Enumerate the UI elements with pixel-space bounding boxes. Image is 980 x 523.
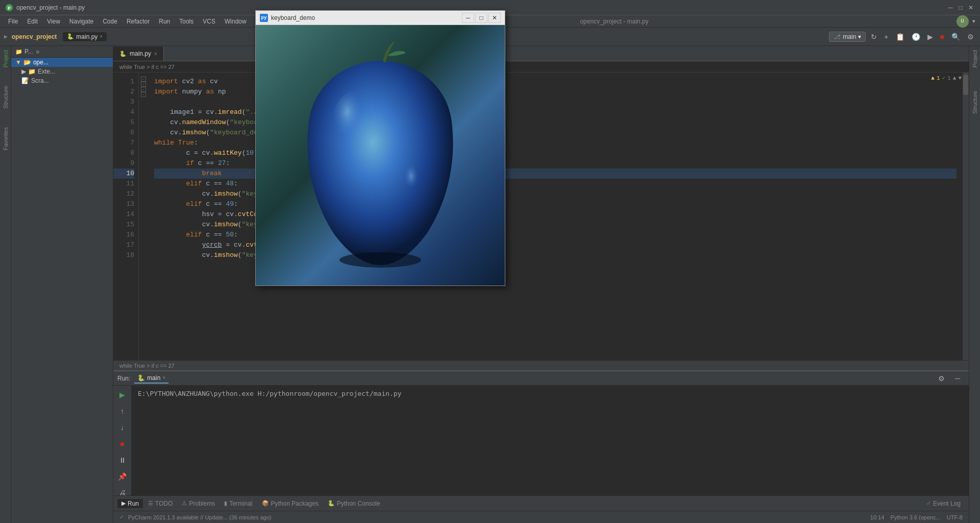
stop-run-button[interactable]: ■	[115, 437, 130, 451]
commit-icon[interactable]: 📋	[894, 32, 906, 42]
menu-code[interactable]: Code	[99, 17, 121, 26]
rerun-down-button[interactable]: ↓	[115, 420, 130, 435]
tab-run[interactable]: ▶ Run	[117, 499, 143, 508]
svg-point-2	[329, 91, 380, 173]
warning-count: 1	[937, 75, 940, 81]
tab-console-label: Python Console	[337, 500, 380, 507]
status-python: Python 3.6 (openc...	[890, 514, 940, 520]
pause-button[interactable]: ⏸	[115, 453, 130, 467]
app-icon: P	[5, 4, 13, 12]
tab-close-icon[interactable]: ×	[100, 34, 103, 39]
opencv-maximize-button[interactable]: □	[475, 13, 487, 23]
tab-packages-label: Python Packages	[271, 500, 318, 507]
run-config-button[interactable]: ▶	[925, 32, 935, 42]
menu-window[interactable]: Window	[220, 17, 251, 26]
menu-file[interactable]: File	[4, 17, 22, 26]
todo-icon: ☰	[148, 500, 153, 507]
opencv-close-button[interactable]: ✕	[488, 13, 501, 23]
tab-python-packages[interactable]: 📦 Python Packages	[258, 499, 323, 508]
title-bar-controls: ─ □ ✕	[946, 4, 975, 12]
chevron-up-icon[interactable]: ▲	[953, 75, 957, 81]
run-command: E:\PYTHON\ANZHUANG\python.exe H:/pythonr…	[138, 390, 963, 397]
favorites-label[interactable]: Favorites	[2, 123, 10, 154]
editor-scrollbar[interactable]: ▲ 1 ✓ 1 ▲ ▼	[963, 73, 969, 360]
sync-icon[interactable]: ↻	[869, 32, 879, 42]
editor-tab-main[interactable]: 🐍 main.py ×	[63, 32, 107, 41]
tab-close-button[interactable]: ×	[154, 51, 157, 57]
run-tab-main[interactable]: 🐍 main ×	[134, 373, 168, 384]
external-name: Exte...	[38, 68, 55, 75]
left-panel-labels: Project Structure Favorites	[0, 46, 11, 523]
gear-small-icon[interactable]: ⚙	[36, 49, 39, 55]
tab-terminal-label: Terminal	[229, 500, 252, 507]
menu-vcs[interactable]: VCS	[199, 17, 219, 26]
tab-python-console[interactable]: 🐍 Python Console	[324, 499, 384, 508]
menu-edit[interactable]: Edit	[23, 17, 42, 26]
branch-label: main	[843, 33, 856, 40]
rerun-up-button[interactable]: ↑	[115, 404, 130, 418]
close-button[interactable]: ✕	[967, 4, 975, 12]
run-again-button[interactable]: ▶	[115, 388, 130, 402]
user-avatar[interactable]: U	[957, 15, 969, 28]
status-right: 10:14 Python 3.6 (openc... UTF-8	[870, 514, 963, 520]
opencv-title-text: keyboard_demo	[271, 14, 461, 21]
chevron-down-icon[interactable]: ▼	[958, 75, 962, 81]
opencv-minimize-button[interactable]: ─	[462, 13, 474, 23]
tab-problems[interactable]: ⚠ Problems	[178, 499, 219, 508]
run-controls: ⚙ ─	[934, 371, 965, 386]
tab-terminal[interactable]: ▮ Terminal	[220, 499, 256, 508]
folder-open-icon: 📁	[15, 49, 22, 55]
apple-svg	[283, 30, 477, 275]
tab-todo[interactable]: ☰ TODO	[144, 499, 177, 508]
ok-count: 1	[947, 75, 951, 81]
right-structure-label[interactable]: Structure	[971, 87, 979, 118]
run-tab-close[interactable]: ×	[162, 375, 165, 381]
project-tree-root[interactable]: ▼ 📂 ope...	[11, 58, 113, 67]
breadcrumb-bottom: while True > if c == 27	[119, 363, 175, 369]
project-panel-header: 📁 P... ⚙	[11, 46, 113, 58]
folder-open-icon-2: 📂	[23, 59, 31, 66]
right-project-label[interactable]: Project	[971, 46, 979, 72]
packages-icon: 📦	[262, 500, 269, 507]
warning-triangle-icon: ▲	[931, 75, 935, 81]
status-bar: ✓ PyCharm 2021.1.3 available // Update..…	[113, 511, 969, 523]
minimize-button[interactable]: ─	[946, 4, 954, 12]
pin-button[interactable]: 📌	[115, 469, 130, 484]
svg-point-4	[339, 252, 421, 268]
tab-event-log[interactable]: ✓ Event Log	[922, 499, 965, 508]
structure-label[interactable]: Structure	[2, 82, 10, 113]
status-message: PyCharm 2021.1.3 available // Update... …	[128, 514, 272, 520]
scrollbar-thumb[interactable]	[963, 75, 968, 95]
chevron-down-icon[interactable]: ▾	[972, 17, 976, 26]
run-icon: ▶	[121, 500, 126, 507]
branch-button[interactable]: ⎇ main ▾	[829, 32, 866, 42]
editor-container: 🐍 main.py × while True > if c == 27 1 2 …	[113, 46, 969, 523]
code-editor[interactable]: 1 2 3 4 5 6 7 8 9 10 11 12 13 14 15 16 1…	[113, 73, 969, 360]
right-panel-labels: Project Structure	[969, 46, 980, 523]
project-root-name: ope...	[33, 59, 48, 66]
menu-view[interactable]: View	[43, 17, 64, 26]
run-settings-button[interactable]: ⚙	[934, 371, 948, 386]
project-external[interactable]: ▶ 📁 Exte...	[11, 67, 113, 76]
editor-tab-label: main.py	[76, 33, 97, 40]
opencv-icon: py	[260, 14, 268, 22]
history-icon[interactable]: 🕐	[910, 32, 922, 42]
editor-tab-mainpy[interactable]: 🐍 main.py ×	[113, 46, 164, 61]
search-button[interactable]: 🔍	[949, 32, 962, 42]
opencv-image	[256, 25, 505, 286]
svg-point-3	[388, 142, 424, 204]
settings-icon[interactable]: ⚙	[965, 32, 976, 42]
project-scratches[interactable]: 📝 Scra...	[11, 76, 113, 85]
run-minimize-button[interactable]: ─	[950, 371, 965, 386]
maximize-button[interactable]: □	[957, 4, 965, 12]
menu-run[interactable]: Run	[155, 17, 174, 26]
menu-navigate[interactable]: Navigate	[65, 17, 97, 26]
stop-button[interactable]: ■	[938, 32, 946, 42]
add-config-icon[interactable]: +	[882, 32, 890, 42]
folder-closed-icon: ▶	[21, 68, 26, 75]
opencv-titlebar[interactable]: py keyboard_demo ─ □ ✕	[256, 11, 505, 25]
menu-tools[interactable]: Tools	[175, 17, 198, 26]
menu-refactor[interactable]: Refactor	[122, 17, 154, 26]
tab-run-label: Run	[128, 500, 139, 507]
project-label[interactable]: Project	[2, 46, 10, 72]
